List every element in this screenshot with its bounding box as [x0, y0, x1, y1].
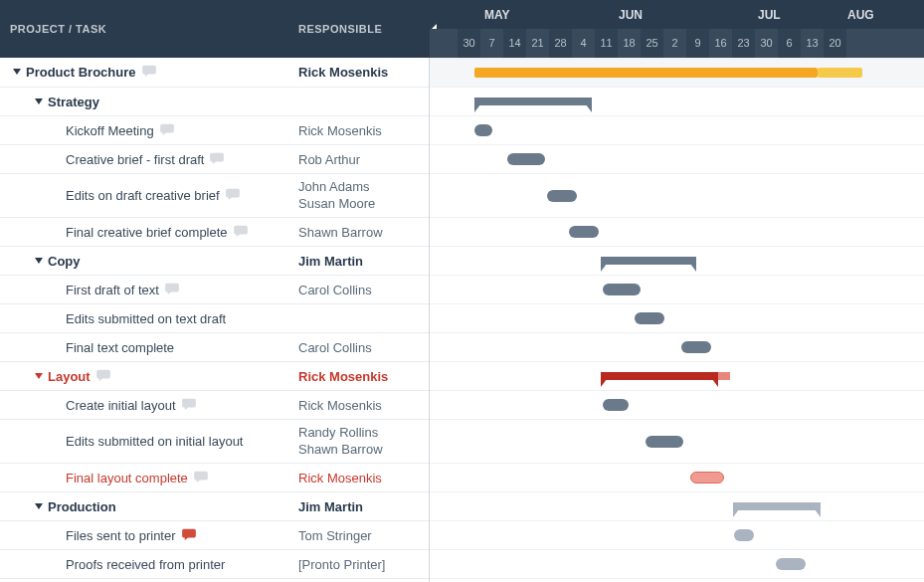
- responsible-label: Randy RollinsShawn Barrow: [298, 425, 428, 459]
- gantt-bar[interactable]: [569, 226, 599, 238]
- gantt-bar[interactable]: [646, 436, 683, 448]
- responsible-label: Carol Collins: [298, 340, 428, 355]
- task-label: Create initial layout: [66, 398, 176, 413]
- gantt-row: [430, 246, 924, 275]
- task-label: Kickoff Meeting: [66, 123, 154, 138]
- task-label: Proofs received from printer: [66, 557, 225, 572]
- responsible-label: Rick Mosenkis: [298, 369, 428, 384]
- gantt-row: [430, 173, 924, 217]
- gantt-row: [430, 419, 924, 463]
- task-row[interactable]: Edits submitted on text draft: [0, 303, 429, 332]
- gantt-row: [430, 275, 924, 303]
- gantt-chart[interactable]: [430, 58, 924, 582]
- chat-icon[interactable]: [160, 123, 174, 138]
- header-task: PROJECT / TASK: [0, 23, 298, 35]
- gantt-row: [430, 491, 924, 520]
- task-label: Edits submitted on initial layout: [66, 434, 243, 449]
- task-row[interactable]: First draft of textCarol Collins: [0, 275, 429, 303]
- gantt-bar[interactable]: [507, 153, 545, 165]
- task-row[interactable]: Final brochure back from printerJim Mart…: [0, 578, 429, 582]
- day-cell: 9: [686, 29, 709, 58]
- day-cell: 11: [595, 29, 618, 58]
- gantt-bar[interactable]: [474, 68, 818, 78]
- day-cell: 4: [572, 29, 595, 58]
- gantt-row: [430, 361, 924, 390]
- days-row: 30714212841118252916233061320: [430, 29, 924, 58]
- gantt-row: [430, 463, 924, 491]
- task-label: Final layout complete: [66, 471, 188, 485]
- gantt-row: [430, 520, 924, 549]
- chat-icon[interactable]: [165, 283, 179, 297]
- day-cell: 23: [732, 29, 755, 58]
- gantt-row: [430, 549, 924, 578]
- responsible-label: Jim Martin: [298, 499, 428, 514]
- task-label: Edits on draft creative brief: [66, 188, 220, 203]
- gantt-bar[interactable]: [474, 124, 492, 136]
- task-list: Product BrochureRick MosenkisStrategyKic…: [0, 58, 429, 582]
- chat-icon[interactable]: [96, 369, 110, 384]
- task-row[interactable]: Files sent to printerTom Stringer: [0, 520, 429, 549]
- chat-icon[interactable]: [210, 152, 224, 167]
- gantt-row: [430, 115, 924, 144]
- task-row[interactable]: Create initial layoutRick Mosenkis: [0, 390, 429, 419]
- task-row[interactable]: Proofs received from printer[Pronto Prin…: [0, 549, 429, 578]
- task-row[interactable]: LayoutRick Mosenkis: [0, 361, 429, 390]
- chat-icon[interactable]: [182, 528, 196, 543]
- chat-icon[interactable]: [194, 471, 208, 485]
- gantt-bar[interactable]: [635, 312, 664, 324]
- month-label: MAY: [484, 8, 510, 22]
- gantt-bar[interactable]: [474, 97, 592, 105]
- day-cell: 16: [709, 29, 732, 58]
- gantt-bar[interactable]: [681, 341, 711, 353]
- gantt-bar[interactable]: [601, 257, 696, 265]
- gantt-bar[interactable]: [733, 502, 821, 510]
- responsible-label: Rick Mosenkis: [298, 471, 428, 485]
- day-cell: 30: [755, 29, 778, 58]
- task-row[interactable]: ProductionJim Martin: [0, 491, 429, 520]
- day-cell: 20: [824, 29, 846, 58]
- task-row[interactable]: Final creative brief completeShawn Barro…: [0, 217, 429, 246]
- gantt-bar[interactable]: [690, 472, 724, 484]
- day-cell: 28: [549, 29, 572, 58]
- chat-icon[interactable]: [226, 188, 240, 203]
- task-row[interactable]: Edits on draft creative briefJohn AdamsS…: [0, 173, 429, 217]
- chat-icon[interactable]: [182, 398, 196, 413]
- responsible-label: Rob Arthur: [298, 152, 428, 167]
- responsible-label: Rick Mosenkis: [298, 123, 428, 138]
- header-responsible: RESPONSIBLE: [298, 23, 428, 35]
- gantt-row: [430, 87, 924, 115]
- gantt-row: [430, 58, 924, 87]
- toggle-icon[interactable]: [34, 369, 48, 384]
- task-row[interactable]: Strategy: [0, 87, 429, 115]
- task-label: Layout: [48, 369, 91, 384]
- toggle-icon[interactable]: [12, 65, 26, 80]
- month-label: AUG: [847, 8, 874, 22]
- task-row[interactable]: Edits submitted on initial layoutRandy R…: [0, 419, 429, 463]
- gantt-bar[interactable]: [601, 372, 718, 380]
- gantt-bar[interactable]: [776, 558, 806, 570]
- day-cell: 13: [801, 29, 824, 58]
- toggle-icon[interactable]: [34, 95, 48, 109]
- task-row[interactable]: Final layout completeRick Mosenkis: [0, 463, 429, 491]
- task-row[interactable]: Product BrochureRick Mosenkis: [0, 58, 429, 87]
- chat-icon[interactable]: [234, 225, 248, 240]
- month-label: JUL: [758, 8, 781, 22]
- task-label: First draft of text: [66, 283, 159, 297]
- responsible-label: Rick Mosenkis: [298, 398, 428, 413]
- task-row[interactable]: CopyJim Martin: [0, 246, 429, 275]
- task-row[interactable]: Final text completeCarol Collins: [0, 332, 429, 361]
- gantt-bar[interactable]: [734, 529, 754, 541]
- gantt-bar[interactable]: [603, 284, 641, 295]
- gantt-row: [430, 217, 924, 246]
- toggle-icon[interactable]: [34, 499, 48, 514]
- toggle-icon[interactable]: [34, 254, 48, 269]
- task-row[interactable]: Creative brief - first draftRob Arthur: [0, 144, 429, 173]
- gantt-bar[interactable]: [547, 190, 577, 202]
- chat-icon[interactable]: [142, 65, 156, 80]
- timeline-header: MAYJUNJULAUG 307142128411182529162330613…: [430, 0, 924, 58]
- task-row[interactable]: Kickoff MeetingRick Mosenkis: [0, 115, 429, 144]
- task-label: Product Brochure: [26, 65, 136, 80]
- gantt-bar[interactable]: [603, 399, 629, 411]
- months-row: MAYJUNJULAUG: [430, 0, 924, 29]
- gantt-row: [430, 144, 924, 173]
